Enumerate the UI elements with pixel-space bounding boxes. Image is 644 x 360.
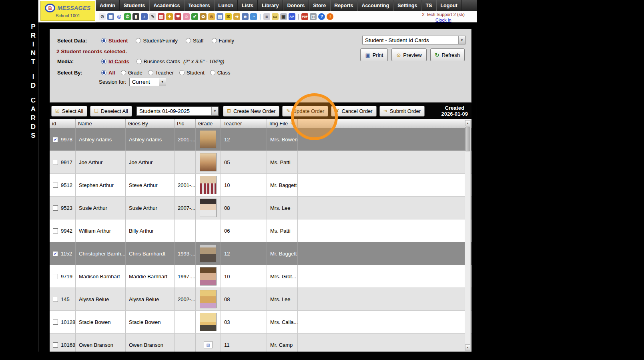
nav-item-library[interactable]: Library xyxy=(258,0,283,11)
nav-item-accounting[interactable]: Accounting xyxy=(357,0,393,11)
nav-item-teachers[interactable]: Teachers xyxy=(184,0,214,11)
row-checkbox[interactable] xyxy=(53,297,58,302)
table-row[interactable]: 9719 Madison Barnhart Maddie Barnhart 19… xyxy=(50,265,471,288)
table-row[interactable]: 10168 Owen Branson Owen Branson ▨ 11 Mr.… xyxy=(50,334,471,352)
column-header-teacher[interactable]: Teacher xyxy=(221,119,267,128)
mail-icon[interactable]: ✉ xyxy=(225,13,232,20)
create-new-order-button[interactable]: ⊞ Create New Order xyxy=(223,106,280,117)
row-checkbox[interactable] xyxy=(53,160,58,165)
row-checkbox[interactable] xyxy=(53,274,58,279)
clock-icon[interactable]: ◔ xyxy=(250,13,257,20)
row-checkbox[interactable] xyxy=(53,183,58,188)
nav-item-logout[interactable]: Logout xyxy=(436,0,461,11)
radio-option-class[interactable]: Class xyxy=(210,70,231,76)
column-header-id[interactable]: id xyxy=(50,119,76,128)
list-icon[interactable]: ≡ xyxy=(263,13,270,20)
lunch-icon[interactable]: ♨ xyxy=(208,13,215,20)
radio-option-grade[interactable]: Grade xyxy=(121,70,142,76)
report-type-select[interactable]: Student - Student Id Cards ▼ xyxy=(362,36,465,44)
pdf-icon[interactable]: PDF xyxy=(301,13,308,20)
rail-letter-t: T xyxy=(28,58,38,66)
clock-in-link[interactable]: Clock In xyxy=(435,18,451,22)
audio-icon[interactable]: ♪ xyxy=(141,13,148,20)
column-header-img-file[interactable]: Img File✳ xyxy=(267,119,298,128)
column-header-grade[interactable]: Grade xyxy=(196,119,221,128)
table-row[interactable]: 9942 William Arthur Billy Arthur 06 Ms. … xyxy=(50,219,471,242)
select-all-button[interactable]: ☑ Select All xyxy=(51,106,87,117)
table-scrollbar[interactable]: ▲ ▼ xyxy=(465,120,471,351)
refresh-button[interactable]: ↻ Refresh xyxy=(430,48,465,61)
radio-option-family[interactable]: Family xyxy=(212,38,234,44)
ap-icon[interactable]: A/P xyxy=(289,13,295,20)
row-checkbox[interactable]: ✔ xyxy=(53,251,58,256)
calendar-icon[interactable]: ▦ xyxy=(107,13,114,20)
print-queue-icon[interactable]: ▣ xyxy=(280,13,287,20)
row-checkbox[interactable] xyxy=(53,342,58,348)
row-checkbox[interactable] xyxy=(53,320,58,325)
table-row[interactable]: 9523 Susie Arthur Susie Arthur 2007-... … xyxy=(50,197,471,219)
radio-option-student[interactable]: Student xyxy=(179,70,205,76)
table-row[interactable]: 145 Alyssa Belue Alyssa Belue 2002-... 0… xyxy=(50,288,471,311)
tasks-icon[interactable]: ✔ xyxy=(191,13,198,20)
column-header-goes-by[interactable]: Goes By xyxy=(126,119,175,128)
radio-option-id-cards[interactable]: Id Cards xyxy=(101,58,129,64)
chat-icon[interactable]: ✆ xyxy=(124,13,131,20)
send-icon[interactable]: ➔ xyxy=(233,13,240,20)
row-checkbox[interactable] xyxy=(53,228,58,233)
row-checkbox[interactable] xyxy=(53,205,58,211)
nav-item-ts[interactable]: TS xyxy=(421,0,436,11)
update-order-button[interactable]: ✎ Update Order xyxy=(282,106,328,117)
alert-icon[interactable]: ! xyxy=(327,13,333,20)
column-header-name[interactable]: Name xyxy=(76,119,126,128)
radio-option-business-cards[interactable]: Business Cards(2" x 3.5" - 10/Pg) xyxy=(136,58,225,64)
scroll-up-arrow[interactable]: ▲ xyxy=(465,120,470,126)
column-header-pic[interactable]: Pic xyxy=(175,119,196,128)
nav-item-lunch[interactable]: Lunch xyxy=(214,0,238,11)
scroll-thumb[interactable] xyxy=(465,127,470,151)
announcement-icon[interactable]: ✦ xyxy=(166,13,173,20)
submit-order-button[interactable]: ➔ Submit Order xyxy=(379,106,425,117)
idcard-icon[interactable]: ▭ xyxy=(272,13,279,20)
nav-item-reports[interactable]: Reports xyxy=(330,0,357,11)
icon-toolbar: ⊙▦@✆▮♪✎▥✦❤☺✔✿♨▤✉➔☻◔|≡▭▣A/P|PDF◫?! 2-Tech… xyxy=(96,11,477,22)
email-icon[interactable]: @ xyxy=(116,13,122,20)
store-icon[interactable]: ✿ xyxy=(200,13,207,20)
person-icon[interactable]: ☺ xyxy=(183,13,190,20)
table-row[interactable]: ✔ 1152 Christopher Barnh... Chris Barnha… xyxy=(50,242,471,265)
search-icon[interactable]: ⊙ xyxy=(99,13,106,20)
table-row[interactable]: 9512 Stephen Arthur Steve Arthur 2001-..… xyxy=(50,174,471,197)
people-icon[interactable]: ☻ xyxy=(242,13,249,20)
table-row[interactable]: 9917 Joe Arthur Joe Arthur 05 Ms. Patti xyxy=(50,151,471,174)
copier-icon[interactable]: ◫ xyxy=(310,13,317,20)
radio-option-all[interactable]: All xyxy=(101,70,115,76)
cancel-order-button[interactable]: ✘ Cancel Order xyxy=(331,106,376,117)
table-row[interactable]: 10128 Stacie Bowen Stacie Bowen 03 Mrs. … xyxy=(50,311,471,334)
deselect-all-button[interactable]: ☐ Deselect All xyxy=(90,106,132,117)
radio-option-student[interactable]: Student xyxy=(101,38,128,44)
preview-button[interactable]: ⊙ Preview xyxy=(391,48,426,61)
nav-item-admin[interactable]: Admin xyxy=(96,0,120,11)
help-icon[interactable]: ? xyxy=(318,13,325,20)
nav-item-store[interactable]: Store xyxy=(309,0,330,11)
radio-option-staff[interactable]: Staff xyxy=(186,38,204,44)
schedule-icon[interactable]: ▥ xyxy=(158,13,165,20)
row-checkbox[interactable]: ✔ xyxy=(53,137,58,142)
nav-item-settings[interactable]: Settings xyxy=(393,0,421,11)
student-grade: 03 xyxy=(221,311,267,333)
order-select[interactable]: Students 01-09-2025 ▼ xyxy=(136,107,219,116)
radio-option-student-family[interactable]: Student/Family xyxy=(136,38,178,44)
print-button[interactable]: ▣ Print xyxy=(360,48,388,61)
mobile-icon[interactable]: ▮ xyxy=(132,13,139,20)
nav-item-students[interactable]: Students xyxy=(120,0,149,11)
radio-option-teacher[interactable]: Teacher xyxy=(148,70,174,76)
nav-item-lists[interactable]: Lists xyxy=(238,0,258,11)
nav-item-academics[interactable]: Academics xyxy=(149,0,184,11)
nav-item-donors[interactable]: Donors xyxy=(283,0,309,11)
session-select[interactable]: Current ▼ xyxy=(129,78,166,86)
document-icon[interactable]: ▤ xyxy=(217,13,223,20)
table-row[interactable]: ✔ 9978 Ashley Adams Ashley Adams 2001-..… xyxy=(50,128,471,151)
family-icon[interactable]: ❤ xyxy=(175,13,181,20)
scroll-down-arrow[interactable]: ▼ xyxy=(465,344,470,350)
app-logo[interactable]: B MESSAGES School 1001 xyxy=(40,1,95,21)
notes-icon[interactable]: ✎ xyxy=(149,13,156,20)
